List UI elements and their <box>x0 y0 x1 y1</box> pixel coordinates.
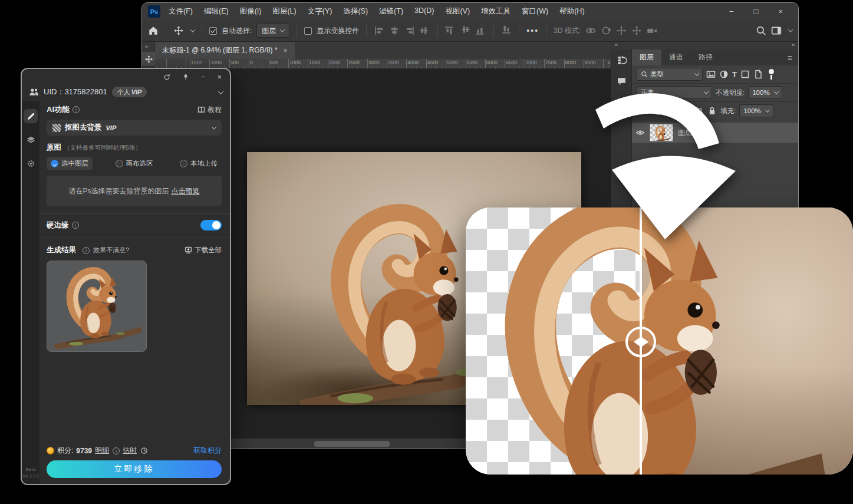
plugin-minimize-button[interactable]: − <box>201 74 206 81</box>
3d-pan-icon[interactable] <box>616 25 627 36</box>
tools-expand-arrows[interactable]: » <box>142 42 154 52</box>
panel-tab-2[interactable]: 路径 <box>691 50 720 65</box>
dock-expand-icon[interactable]: » <box>792 42 795 50</box>
menu-item-9[interactable]: 增效工具 <box>481 6 511 17</box>
feedback-link[interactable]: 效果不满意? <box>93 246 129 255</box>
document-tab[interactable]: 未标题-1 @ 6.94% (图层 1, RGB/8) * × <box>155 42 295 59</box>
search-icon[interactable] <box>756 25 766 36</box>
filter-shape-layers-icon[interactable] <box>740 70 750 79</box>
sidebar-layers-tool[interactable] <box>24 133 38 147</box>
sidebar-edit-tool[interactable] <box>24 109 38 123</box>
plugin-close-button[interactable]: × <box>217 74 222 81</box>
menu-item-7[interactable]: 3D(D) <box>414 6 434 17</box>
layer-thumbnail[interactable] <box>650 124 673 141</box>
chevron-down-icon[interactable] <box>788 27 793 32</box>
auto-select-checkbox[interactable] <box>209 27 217 35</box>
menu-item-10[interactable]: 窗口(W) <box>522 6 548 17</box>
tutorial-link[interactable]: 教程 <box>197 105 222 115</box>
align-center-h-icon[interactable] <box>389 25 400 36</box>
layer-visibility-eye-icon[interactable] <box>635 128 645 137</box>
blend-mode-dropdown[interactable]: 正常 <box>637 86 712 99</box>
move-tool-button[interactable] <box>142 52 155 66</box>
auto-select-dropdown[interactable]: 图层 <box>256 24 289 38</box>
estimate-link[interactable]: 估时 <box>123 446 137 456</box>
info-icon[interactable]: i <box>113 447 120 454</box>
menu-item-5[interactable]: 选择(S) <box>343 6 368 17</box>
filter-smart-objects-icon[interactable] <box>753 70 763 79</box>
title-bar: Ps 文件(F)编辑(E)图像(I)图层(L)文字(Y)选择(S)滤镜(T)3D… <box>142 3 798 20</box>
lock-transparent-pixels-icon[interactable] <box>656 106 665 116</box>
panel-tab-1[interactable]: 通道 <box>661 50 691 65</box>
show-transform-checkbox[interactable] <box>304 27 312 35</box>
layer-name[interactable]: 图层 1 <box>678 128 698 138</box>
dock-collapse-icon[interactable]: « <box>615 42 618 50</box>
3d-roll-icon[interactable] <box>601 25 611 36</box>
comments-panel-icon[interactable] <box>617 76 627 86</box>
plugin-sidebar: BetaV0.17.0 <box>22 101 39 484</box>
result-thumbnail[interactable] <box>47 261 147 352</box>
layer-row[interactable]: 图层 1 <box>632 123 798 143</box>
pin-icon[interactable] <box>182 74 189 81</box>
3d-orbit-icon[interactable] <box>585 25 596 36</box>
menu-item-11[interactable]: 帮助(H) <box>559 6 584 17</box>
window-close-button[interactable]: × <box>778 7 783 16</box>
menu-item-8[interactable]: 视图(V) <box>445 6 470 17</box>
align-right-icon[interactable] <box>404 25 415 36</box>
align-center-v-icon[interactable] <box>420 25 430 36</box>
more-options-button[interactable]: ••• <box>526 26 539 35</box>
lock-image-pixels-icon[interactable] <box>668 106 678 116</box>
menu-item-1[interactable]: 编辑(E) <box>204 6 229 17</box>
3d-slide-icon[interactable] <box>631 25 642 36</box>
comparison-slider-handle[interactable] <box>625 327 656 357</box>
hard-edge-toggle[interactable] <box>200 220 222 230</box>
download-all-button[interactable]: 下载全部 <box>185 246 222 255</box>
menu-item-3[interactable]: 图层(L) <box>272 6 296 17</box>
3d-camera-icon[interactable] <box>647 25 657 36</box>
lock-artboard-icon[interactable] <box>694 106 704 116</box>
align-left-icon[interactable] <box>374 25 384 36</box>
panel-menu-icon[interactable]: ≡ <box>788 53 798 62</box>
lock-all-icon[interactable] <box>707 106 717 116</box>
refresh-icon[interactable] <box>163 74 170 81</box>
info-icon[interactable]: i <box>73 106 80 113</box>
filter-adjustment-layers-icon[interactable] <box>719 70 729 79</box>
remove-background-button[interactable]: 立即移除 <box>47 460 222 478</box>
info-icon[interactable]: i <box>72 222 79 229</box>
info-icon[interactable]: i <box>83 247 90 254</box>
fill-value-field[interactable]: 100% <box>739 104 773 117</box>
filter-toggle-icon[interactable] <box>766 69 772 80</box>
feature-dropdown[interactable]: 抠图去背景 VIP <box>47 120 222 136</box>
history-panel-icon[interactable] <box>617 55 627 65</box>
menu-item-4[interactable]: 文字(Y) <box>308 6 332 17</box>
horizontal-scrollbar-thumb[interactable] <box>314 441 390 447</box>
align-top-icon[interactable] <box>445 25 456 36</box>
source-option-2[interactable]: 本地上传 <box>176 157 222 170</box>
source-option-1[interactable]: 画布选区 <box>111 157 157 170</box>
filter-pixel-layers-icon[interactable] <box>706 70 716 79</box>
layer-filter-dropdown[interactable]: 类型 <box>637 68 703 81</box>
distribute-h-icon[interactable] <box>460 25 471 36</box>
credits-detail-link[interactable]: 明细 <box>95 446 109 456</box>
lock-position-icon[interactable] <box>681 106 691 116</box>
chevron-down-icon[interactable] <box>218 88 224 94</box>
opacity-value-field[interactable]: 100% <box>748 86 782 99</box>
ruler-tick-15: 6000 <box>485 59 505 65</box>
menu-item-2[interactable]: 图像(I) <box>240 6 262 17</box>
document-tab-close-icon[interactable]: × <box>284 47 288 55</box>
workspace-icon[interactable] <box>771 25 782 36</box>
window-minimize-button[interactable]: − <box>729 7 734 16</box>
menu-item-6[interactable]: 滤镜(T) <box>379 6 403 17</box>
home-icon[interactable] <box>148 25 159 36</box>
preview-link[interactable]: 点击预览 <box>172 186 200 196</box>
chevron-down-icon[interactable] <box>190 27 195 32</box>
align-bottom-icon[interactable] <box>476 25 486 36</box>
window-maximize-button[interactable]: □ <box>754 7 759 16</box>
filter-type-layers-icon[interactable]: T <box>732 70 737 79</box>
distribute-v-icon[interactable] <box>501 25 512 36</box>
panel-tab-0[interactable]: 图层 <box>632 50 661 65</box>
source-option-0[interactable]: 选中图层 <box>47 157 93 170</box>
sidebar-settings-tool[interactable] <box>24 156 38 170</box>
move-tool-icon[interactable] <box>173 25 184 36</box>
get-credits-link[interactable]: 获取积分 <box>193 446 222 456</box>
menu-item-0[interactable]: 文件(F) <box>169 6 193 17</box>
